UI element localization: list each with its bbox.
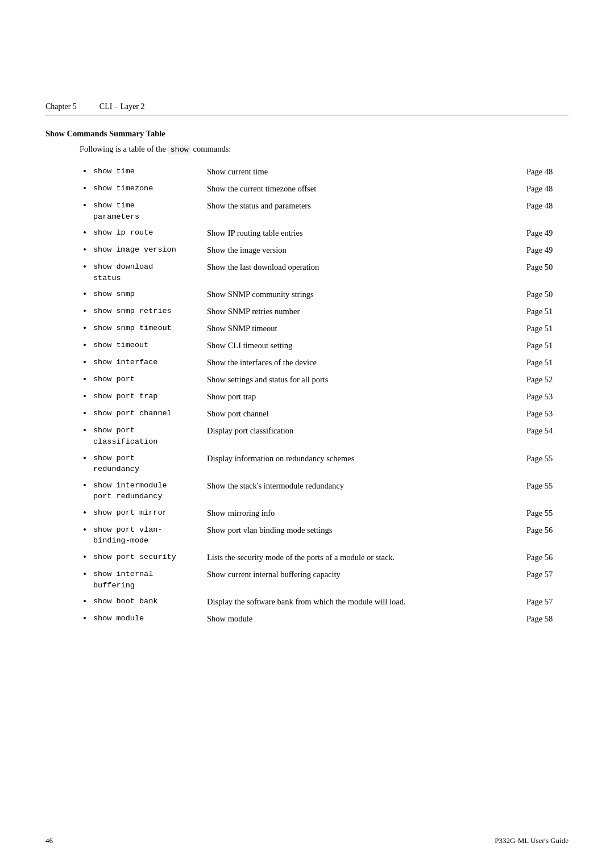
bullet-icon: • bbox=[80, 197, 90, 224]
page-reference: Page 57 bbox=[523, 566, 569, 593]
command-name: show image version bbox=[90, 241, 204, 258]
command-name: show boot bank bbox=[90, 593, 204, 610]
table-row: •show timeShow current timePage 48 bbox=[80, 163, 569, 180]
command-description: Show current internal buffering capacity bbox=[204, 566, 523, 593]
table-row: •show port mirrorShow mirroring infoPage… bbox=[80, 504, 569, 521]
page-reference: Page 55 bbox=[523, 450, 569, 477]
section-title: Show Commands Summary Table bbox=[45, 129, 569, 139]
table-row: •show internalbufferingShow current inte… bbox=[80, 566, 569, 593]
page-reference: Page 51 bbox=[523, 337, 569, 354]
table-row: •show timeoutShow CLI timeout settingPag… bbox=[80, 337, 569, 354]
command-name: show port channel bbox=[90, 405, 204, 422]
page-footer: 46 P332G-ML User's Guide bbox=[45, 836, 569, 845]
bullet-icon: • bbox=[80, 354, 90, 371]
command-description: Show CLI timeout setting bbox=[204, 337, 523, 354]
commands-table: •show timeShow current timePage 48•show … bbox=[80, 163, 569, 627]
command-name: show port bbox=[90, 371, 204, 388]
table-row: •show port vlan-binding-modeShow port vl… bbox=[80, 521, 569, 549]
bullet-icon: • bbox=[80, 450, 90, 477]
page-reference: Page 49 bbox=[523, 241, 569, 258]
command-name: show snmp bbox=[90, 286, 204, 303]
page-reference: Page 51 bbox=[523, 303, 569, 320]
command-name: show port vlan-binding-mode bbox=[90, 521, 204, 549]
command-description: Show settings and status for all ports bbox=[204, 371, 523, 388]
bullet-icon: • bbox=[80, 610, 90, 627]
page-reference: Page 49 bbox=[523, 224, 569, 241]
command-name: show time bbox=[90, 163, 204, 180]
command-name: show ip route bbox=[90, 224, 204, 241]
command-description: Show the stack's intermodule redundancy bbox=[204, 477, 523, 504]
table-row: •show port trapShow port trapPage 53 bbox=[80, 388, 569, 405]
page-reference: Page 58 bbox=[523, 610, 569, 627]
table-row: •show portredundancyDisplay information … bbox=[80, 450, 569, 477]
table-row: •show timeparametersShow the status and … bbox=[80, 197, 569, 224]
page-reference: Page 48 bbox=[523, 197, 569, 224]
bullet-icon: • bbox=[80, 593, 90, 610]
page-reference: Page 50 bbox=[523, 286, 569, 303]
table-row: •show boot bankDisplay the software bank… bbox=[80, 593, 569, 610]
page-reference: Page 53 bbox=[523, 388, 569, 405]
intro-code: show bbox=[168, 145, 190, 155]
table-row: •show port securityLists the security mo… bbox=[80, 549, 569, 566]
table-row: •show moduleShow modulePage 58 bbox=[80, 610, 569, 627]
bullet-icon: • bbox=[80, 549, 90, 566]
table-row: •show portShow settings and status for a… bbox=[80, 371, 569, 388]
bullet-icon: • bbox=[80, 477, 90, 504]
page-reference: Page 50 bbox=[523, 258, 569, 286]
command-name: show portredundancy bbox=[90, 450, 204, 477]
page-reference: Page 52 bbox=[523, 371, 569, 388]
command-description: Show IP routing table entries bbox=[204, 224, 523, 241]
command-name: show portclassification bbox=[90, 422, 204, 449]
bullet-icon: • bbox=[80, 337, 90, 354]
bullet-icon: • bbox=[80, 163, 90, 180]
command-name: show port mirror bbox=[90, 504, 204, 521]
command-name: show downloadstatus bbox=[90, 258, 204, 286]
command-description: Show the current timezone offset bbox=[204, 180, 523, 197]
command-description: Show mirroring info bbox=[204, 504, 523, 521]
command-description: Show the interfaces of the device bbox=[204, 354, 523, 371]
command-name: show timeparameters bbox=[90, 197, 204, 224]
bullet-icon: • bbox=[80, 521, 90, 549]
command-name: show module bbox=[90, 610, 204, 627]
header-divider bbox=[45, 115, 569, 115]
bullet-icon: • bbox=[80, 180, 90, 197]
command-name: show snmp timeout bbox=[90, 320, 204, 337]
command-name: show timeout bbox=[90, 337, 204, 354]
command-name: show intermoduleport redundancy bbox=[90, 477, 204, 504]
page-reference: Page 53 bbox=[523, 405, 569, 422]
table-row: •show snmp retriesShow SNMP retries numb… bbox=[80, 303, 569, 320]
chapter-title: CLI – Layer 2 bbox=[99, 102, 145, 111]
page-reference: Page 48 bbox=[523, 163, 569, 180]
command-name: show port security bbox=[90, 549, 204, 566]
command-description: Show the last download operation bbox=[204, 258, 523, 286]
command-description: Show port trap bbox=[204, 388, 523, 405]
page: Chapter 5 CLI – Layer 2 Show Commands Su… bbox=[0, 0, 614, 868]
table-row: •show downloadstatusShow the last downlo… bbox=[80, 258, 569, 286]
bullet-icon: • bbox=[80, 405, 90, 422]
page-reference: Page 54 bbox=[523, 422, 569, 449]
command-name: show timezone bbox=[90, 180, 204, 197]
page-reference: Page 56 bbox=[523, 549, 569, 566]
command-description: Show module bbox=[204, 610, 523, 627]
bullet-icon: • bbox=[80, 286, 90, 303]
bullet-icon: • bbox=[80, 388, 90, 405]
table-row: •show timezoneShow the current timezone … bbox=[80, 180, 569, 197]
chapter-label: Chapter 5 bbox=[45, 102, 77, 111]
command-name: show snmp retries bbox=[90, 303, 204, 320]
table-row: •show ip routeShow IP routing table entr… bbox=[80, 224, 569, 241]
intro-prefix: Following is a table of the bbox=[80, 144, 166, 153]
page-reference: Page 57 bbox=[523, 593, 569, 610]
command-name: show internalbuffering bbox=[90, 566, 204, 593]
bullet-icon: • bbox=[80, 504, 90, 521]
table-row: •show snmp timeoutShow SNMP timeoutPage … bbox=[80, 320, 569, 337]
chapter-header: Chapter 5 CLI – Layer 2 bbox=[45, 102, 569, 111]
command-name: show port trap bbox=[90, 388, 204, 405]
bullet-icon: • bbox=[80, 258, 90, 286]
page-reference: Page 48 bbox=[523, 180, 569, 197]
bullet-icon: • bbox=[80, 422, 90, 449]
page-reference: Page 51 bbox=[523, 354, 569, 371]
command-description: Show the status and parameters bbox=[204, 197, 523, 224]
table-row: •show image versionShow the image versio… bbox=[80, 241, 569, 258]
bullet-icon: • bbox=[80, 320, 90, 337]
page-reference: Page 56 bbox=[523, 521, 569, 549]
